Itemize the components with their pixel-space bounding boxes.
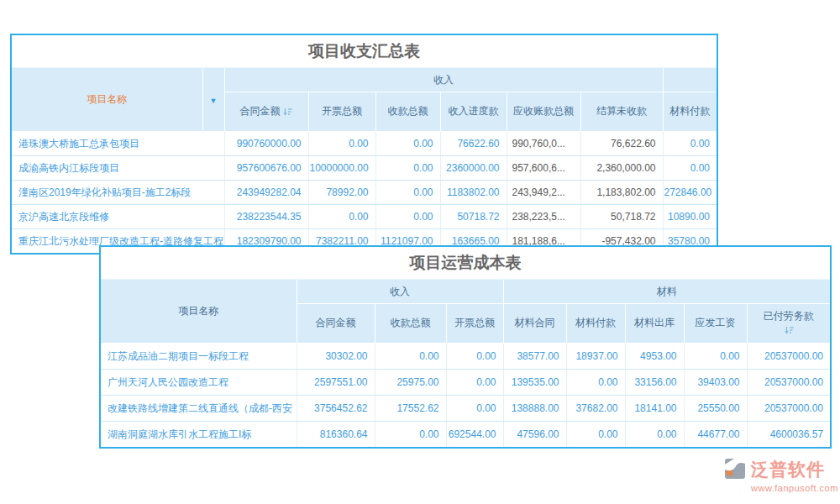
- value-cell: 0.00: [446, 396, 503, 422]
- value-cell: 238223544.35: [224, 205, 308, 229]
- value-cell: 20537000.00: [747, 370, 831, 396]
- table2-col-material-outbound: 材料出库: [625, 304, 684, 344]
- project-name-link[interactable]: 成渝高铁内江标段项目: [11, 156, 224, 181]
- value-cell: 0.00: [375, 344, 446, 370]
- table2-project-name-header: 项目名称: [100, 280, 297, 344]
- table2-income-group-header: 收入: [297, 280, 503, 304]
- table-row: 改建铁路线增建第二线直通线（成都-西安3756452.6217552.620.0…: [100, 396, 831, 422]
- value-cell: 0.00: [566, 422, 625, 449]
- sort-icon[interactable]: [283, 107, 293, 117]
- table1-col-receipt-total: 收款总额: [375, 92, 440, 132]
- table2-col-material-contract: 材料合同: [503, 304, 566, 344]
- value-cell: 25550.00: [684, 396, 747, 422]
- value-cell: 243,949,2...: [507, 181, 580, 205]
- value-cell: 17552.62: [375, 396, 446, 422]
- value-cell: 4600036.57: [747, 422, 831, 449]
- value-cell: 272846.00: [663, 181, 717, 205]
- table2-col-contract-amount: 合同金额: [297, 304, 375, 344]
- value-cell: 33156.00: [625, 370, 684, 396]
- operating-cost-table: 项目运营成本表 项目名称 收入 材料 合同金额 收款总额 开票总额 材料合同 材…: [99, 245, 832, 449]
- value-cell: 0.00: [446, 370, 503, 396]
- value-cell: 990,760,0...: [507, 132, 580, 156]
- project-name-link[interactable]: 湖南洞庭湖水库引水工程施工I标: [100, 422, 297, 449]
- table-row: 湖南洞庭湖水库引水工程施工I标816360.640.00692544.00475…: [100, 422, 831, 449]
- operating-cost-panel: 项目运营成本表 项目名称 收入 材料 合同金额 收款总额 开票总额 材料合同 材…: [99, 245, 830, 449]
- table1-col-receivable-total: 应收账款总额: [507, 92, 580, 132]
- value-cell: 76,622.60: [580, 132, 663, 156]
- project-name-link[interactable]: 潼南区2019年绿化补贴项目-施工2标段: [11, 181, 224, 205]
- table1-project-name-header: 项目名称: [11, 68, 202, 132]
- value-cell: 0.00: [375, 205, 440, 229]
- table2-title: 项目运营成本表: [100, 246, 831, 280]
- value-cell: 30302.00: [297, 344, 375, 370]
- table1-title: 项目收支汇总表: [11, 34, 717, 68]
- value-cell: 20537000.00: [747, 344, 831, 370]
- table1-col-contract-amount[interactable]: 合同金额: [224, 92, 308, 132]
- value-cell: 0.00: [663, 132, 717, 156]
- project-name-link[interactable]: 改建铁路线增建第二线直通线（成都-西安: [100, 396, 297, 422]
- project-name-filter-cell[interactable]: ▼: [202, 68, 224, 132]
- value-cell: 76622.60: [440, 132, 507, 156]
- fanpu-url-text: www.fanpusoft.com: [722, 483, 833, 493]
- caret-down-icon[interactable]: ▼: [210, 97, 218, 105]
- value-cell: 44677.00: [684, 422, 747, 449]
- value-cell: 25975.00: [375, 370, 446, 396]
- value-cell: 2,360,000.00: [580, 156, 663, 181]
- table2-col-payable-wages: 应发工资: [684, 304, 747, 344]
- value-cell: 50718.72: [440, 205, 507, 229]
- value-cell: 18141.00: [625, 396, 684, 422]
- value-cell: 816360.64: [297, 422, 375, 449]
- fanpu-logo-icon: [722, 456, 748, 481]
- value-cell: 0.00: [375, 181, 440, 205]
- value-cell: 47596.00: [503, 422, 566, 449]
- value-cell: 50,718.72: [580, 205, 663, 229]
- table1-col-income-progress: 收入进度款: [440, 92, 507, 132]
- value-cell: 0.00: [625, 422, 684, 449]
- project-name-link[interactable]: 广州天河人民公园改造工程: [100, 370, 297, 396]
- sort-icon[interactable]: [785, 325, 795, 335]
- table1-income-group-header: 收入: [224, 68, 663, 92]
- income-expense-summary-table: 项目收支汇总表 项目名称 ▼ 收入 合同金额 开票总额 收款总额 收入进度款 应…: [10, 34, 718, 255]
- value-cell: 243949282.04: [224, 181, 308, 205]
- table2-col-paid-labor[interactable]: 已付劳务款: [747, 304, 831, 344]
- value-cell: 138888.00: [503, 396, 566, 422]
- table1-empty-group-header: [663, 68, 717, 92]
- project-name-link[interactable]: 港珠澳大桥施工总承包项目: [11, 132, 224, 156]
- table1-col-settle-unreceived: 结算未收款: [580, 92, 663, 132]
- table-row: 港珠澳大桥施工总承包项目990760000.000.000.0076622.60…: [11, 132, 717, 156]
- value-cell: 78992.00: [308, 181, 375, 205]
- value-cell: 0.00: [308, 205, 375, 229]
- table2-col-invoice-total: 开票总额: [446, 304, 503, 344]
- value-cell: 0.00: [375, 132, 440, 156]
- income-expense-summary-panel: 项目收支汇总表 项目名称 ▼ 收入 合同金额 开票总额 收款总额 收入进度款 应…: [10, 34, 718, 255]
- table-row: 潼南区2019年绿化补贴项目-施工2标段243949282.0478992.00…: [11, 181, 717, 205]
- value-cell: 4953.00: [625, 344, 684, 370]
- value-cell: 2360000.00: [440, 156, 507, 181]
- project-name-link[interactable]: 江苏成品油二期项目一标段工程: [100, 344, 297, 370]
- value-cell: 2597551.00: [297, 370, 375, 396]
- table2-col-material-payment: 材料付款: [566, 304, 625, 344]
- value-cell: 37682.00: [566, 396, 625, 422]
- fanpu-logo: 泛普软件 www.fanpusoft.com: [722, 456, 833, 493]
- value-cell: 1,183,802.00: [580, 181, 663, 205]
- value-cell: 957,600,6...: [507, 156, 580, 181]
- table1-col-material-payment: 材料付款: [663, 92, 717, 132]
- value-cell: 990760000.00: [224, 132, 308, 156]
- value-cell: 1183802.00: [440, 181, 507, 205]
- fanpu-brand-text: 泛普软件: [751, 460, 825, 478]
- table-row: 京沪高速北京段维修238223544.350.000.0050718.72238…: [11, 205, 717, 229]
- value-cell: 0.00: [308, 132, 375, 156]
- value-cell: 20537000.00: [747, 396, 831, 422]
- value-cell: 0.00: [375, 422, 446, 449]
- value-cell: 3756452.62: [297, 396, 375, 422]
- value-cell: 692544.00: [446, 422, 503, 449]
- project-name-link[interactable]: 京沪高速北京段维修: [11, 205, 224, 229]
- table1-col-invoice-total: 开票总额: [308, 92, 375, 132]
- value-cell: 238,223,5...: [507, 205, 580, 229]
- value-cell: 139535.00: [503, 370, 566, 396]
- table2-material-group-header: 材料: [503, 280, 831, 304]
- value-cell: 0.00: [446, 344, 503, 370]
- value-cell: 10890.00: [663, 205, 717, 229]
- value-cell: 0.00: [375, 156, 440, 181]
- value-cell: 0.00: [566, 370, 625, 396]
